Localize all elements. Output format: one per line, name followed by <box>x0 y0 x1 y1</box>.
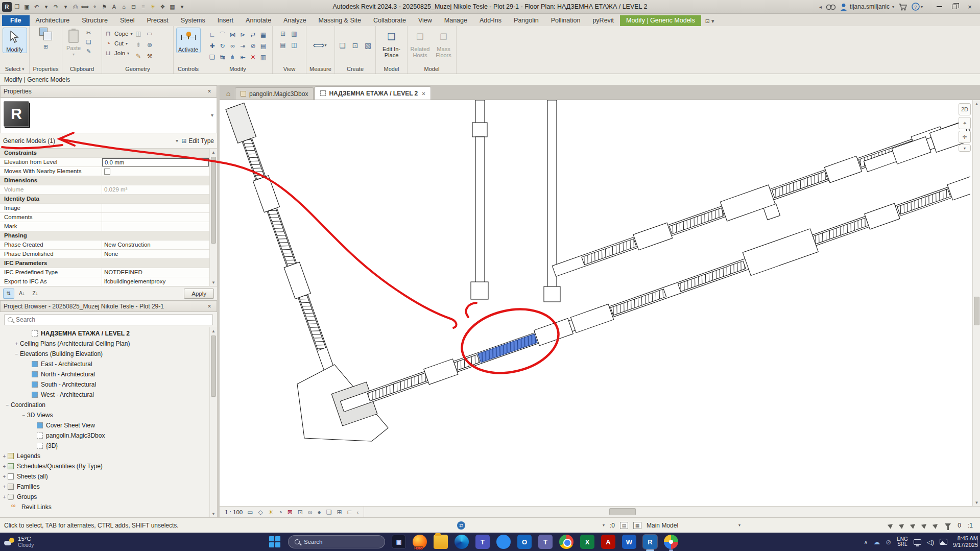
swap-icon[interactable]: ⇄ <box>249 30 258 40</box>
type-preview[interactable]: R ▾ <box>0 98 217 133</box>
undo-icon[interactable]: ↶ <box>32 2 41 12</box>
switch-windows-icon[interactable]: ❖ <box>158 2 167 12</box>
tab-file[interactable]: File <box>2 15 30 26</box>
properties-palette-header[interactable]: Properties × <box>0 85 217 98</box>
delete-icon[interactable]: ✕ <box>249 52 258 62</box>
design-option-caret-icon[interactable]: ▾ <box>738 523 740 528</box>
restore-button[interactable] <box>947 2 962 12</box>
tree-item-schedules[interactable]: + Schedules/Quantities (By Type) <box>0 461 217 471</box>
prop-comments[interactable]: Comments ∧ <box>0 213 217 222</box>
activate-dimensions-button[interactable]: Activate <box>176 28 201 53</box>
reveal-hidden-elements-icon[interactable]: ● <box>317 509 321 516</box>
section-icon[interactable]: ⊟ <box>129 2 138 12</box>
taskbar-app-pinwheel[interactable] <box>664 535 678 549</box>
prop-volume[interactable]: Volume 0.029 m³ ∧ <box>0 185 217 195</box>
prop-mark[interactable]: Mark ∧ <box>0 222 217 231</box>
taskbar-search[interactable]: Search <box>288 535 385 548</box>
scale-icon[interactable]: ▤ <box>259 41 268 51</box>
select-underlay-elements-toggle-icon[interactable] <box>899 522 905 529</box>
tree-expander-icon[interactable]: + <box>1 484 8 490</box>
split-icon[interactable]: ⊘ <box>249 41 258 51</box>
detail-level-icon[interactable]: ▭ <box>247 509 253 516</box>
taskbar-app-excel[interactable]: X <box>580 535 594 549</box>
mirror-icon[interactable]: ⋈ <box>228 30 237 40</box>
canvas-vertical-scrollbar[interactable]: ▲ ▼ <box>972 100 980 506</box>
pin-icon[interactable]: ⋔ <box>228 52 237 62</box>
visual-style-icon[interactable]: ◇ <box>258 509 263 516</box>
taskbar-app-firefox[interactable]: H365 <box>413 535 427 549</box>
filter-icon[interactable] <box>945 523 951 528</box>
prop-phase-demolished[interactable]: Phase Demolished None ∧ <box>0 250 217 259</box>
analytical-model-icon[interactable]: ⊞ <box>337 509 342 516</box>
print-icon[interactable]: ⎙ <box>71 2 80 12</box>
tab-view[interactable]: View <box>412 15 438 26</box>
minimize-button[interactable] <box>932 2 946 12</box>
unjoin-icon[interactable]: ⊛ <box>146 41 154 49</box>
paint-icon[interactable]: ✎ <box>134 52 143 60</box>
section-identity-data[interactable]: Identity Data ∧ <box>0 195 217 204</box>
edit-type-button[interactable]: ⊞ Edit Type <box>181 137 214 145</box>
tree-item-west[interactable]: West - Architectural <box>0 390 217 400</box>
tray-chevron-icon[interactable]: ∧ <box>864 539 868 545</box>
properties-palette-icon[interactable] <box>39 28 53 41</box>
type-selector[interactable]: Generic Models (1) <box>3 137 173 145</box>
tab-modify-generic-models[interactable]: Modify | Generic Models <box>620 15 701 26</box>
select-elements-by-face-toggle-icon[interactable] <box>921 522 928 529</box>
tree-item-cover-sheet-view[interactable]: Cover Sheet View <box>0 420 217 430</box>
tab-systems[interactable]: Systems <box>175 15 211 26</box>
tab-pollination[interactable]: Pollination <box>545 15 587 26</box>
prop-moves-with-nearby[interactable]: Moves With Nearby Elements ∧ <box>0 167 217 176</box>
apply-button[interactable]: Apply <box>184 289 214 299</box>
select-pinned-elements-toggle-icon[interactable] <box>910 522 917 529</box>
visibility-icon[interactable]: ⊞ <box>279 30 288 37</box>
taskbar-app-chrome[interactable] <box>559 535 573 549</box>
network-icon[interactable] <box>914 539 921 545</box>
tree-expander-icon[interactable]: + <box>1 494 8 500</box>
taskbar-app-outlook[interactable]: O <box>517 535 532 549</box>
prop-export-to-ifc-as[interactable]: Export to IFC As ifcbuildingelementproxy… <box>0 277 217 286</box>
volume-icon[interactable]: ◁) <box>927 538 934 546</box>
copy-icon[interactable]: ∞ <box>228 41 237 51</box>
taskbar-weather[interactable]: 15°C Cloudy <box>4 536 34 548</box>
3d-view-icon[interactable]: ⌂ <box>119 2 128 12</box>
group-icon[interactable]: ▥ <box>259 52 268 62</box>
app-menu-icon[interactable]: R <box>2 2 12 12</box>
tree-item-families[interactable]: + Families <box>0 482 217 492</box>
prop-phase-created[interactable]: Phase Created New Construction ∧ <box>0 241 217 250</box>
aligned-dimension-icon[interactable]: ⌖ <box>90 2 99 12</box>
taskbar-app-word[interactable]: W <box>622 535 636 549</box>
tab-massing-site[interactable]: Massing & Site <box>313 15 367 26</box>
close-button[interactable]: × <box>963 2 977 12</box>
customize-qat-caret[interactable]: ▾ <box>178 2 186 12</box>
worksets-icon[interactable]: ▤ <box>620 522 628 529</box>
modify-tab-options-caret[interactable]: ⊡ ▾ <box>701 16 719 26</box>
measure-caret-icon[interactable]: ▾ <box>324 43 326 47</box>
tree-scrollbar[interactable]: ▲ ▼ <box>209 327 217 517</box>
canvas-horizontal-scrollbar[interactable] <box>364 507 980 517</box>
fillet-icon[interactable]: ⌒ <box>218 30 227 40</box>
section-phasing[interactable]: Phasing ∧ <box>0 231 217 241</box>
demolish-hammer-icon[interactable]: ⚒ <box>146 52 154 60</box>
design-option-value[interactable]: Main Model <box>647 522 733 529</box>
cope-button[interactable]: ⊓Cope▾ <box>104 29 133 38</box>
cart-icon[interactable] <box>898 3 907 11</box>
array-icon[interactable]: ▦ <box>259 30 268 40</box>
taskbar-app-skype[interactable] <box>496 535 511 549</box>
tab-structure[interactable]: Structure <box>76 15 114 26</box>
redo-icon[interactable]: ↷ <box>52 2 60 12</box>
crop-view-icon[interactable]: ⊠ <box>288 509 293 516</box>
sun-path-icon[interactable]: ☀ <box>268 509 274 516</box>
tree-item-revit-links[interactable]: Revit Links <box>0 502 217 512</box>
create-similar-icon[interactable]: ▧ <box>364 41 372 49</box>
pan-icon[interactable]: ✛ <box>959 131 971 143</box>
tab-analyze[interactable]: Analyze <box>277 15 312 26</box>
reveal-constraints-icon[interactable]: ⊏ <box>347 509 352 516</box>
apply-coping-icon[interactable]: ◫ <box>134 30 143 37</box>
drawing-canvas[interactable]: 2D ⌖ ✛ ▾ ▲ ▼ <box>220 100 980 506</box>
drag-elements-on-selection-toggle-icon[interactable] <box>933 522 939 529</box>
taskbar-app-file-explorer[interactable] <box>434 535 448 549</box>
taskbar-app-teams-work[interactable]: T <box>538 535 553 549</box>
wall-joins-icon[interactable]: ▭ <box>146 30 154 37</box>
project-browser-close-icon[interactable]: × <box>205 303 213 310</box>
project-browser-header[interactable]: Project Browser - 20250825_Muzej Nikole … <box>0 301 217 312</box>
